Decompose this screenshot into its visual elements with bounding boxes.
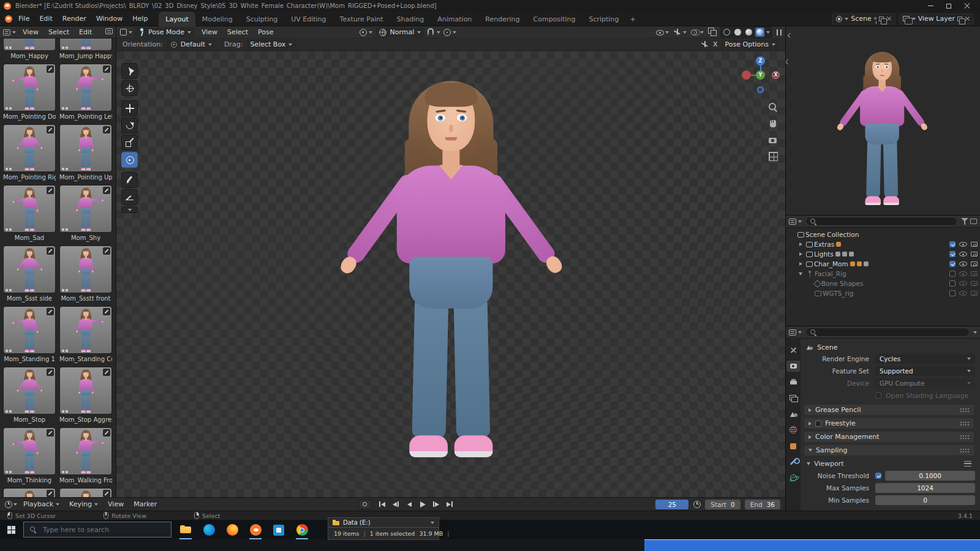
jump-to-start-button[interactable] [377, 500, 388, 509]
disable-render-toggle[interactable] [971, 242, 978, 247]
viewport-menu-view[interactable]: View [197, 27, 222, 38]
disclosure-right-icon[interactable] [797, 262, 804, 266]
timeline-menu-playback[interactable]: Playback [18, 499, 64, 510]
menu-render[interactable]: Render [58, 13, 91, 24]
character-figure[interactable] [16, 248, 43, 292]
tab-modeling[interactable]: Modeling [195, 12, 239, 26]
exclude-checkbox[interactable] [949, 261, 956, 267]
menu-edit[interactable]: Edit [34, 13, 57, 24]
drag-grip-icon[interactable] [960, 435, 970, 440]
asset-browser-editor-icon[interactable] [3, 29, 10, 36]
tab-layout[interactable]: Layout [159, 12, 195, 26]
character-figure[interactable] [16, 309, 43, 353]
feature-set-dropdown[interactable]: Supported [875, 366, 975, 376]
filter-icon[interactable] [961, 218, 968, 225]
timeline-menu-keying[interactable]: Keying [64, 499, 103, 510]
timeline-menu-marker[interactable]: Marker [129, 499, 162, 510]
view-layer-selector[interactable]: View Layer [899, 13, 974, 24]
taskbar-app-photos[interactable] [267, 520, 290, 539]
pin-icon[interactable] [874, 17, 876, 20]
min-samples-field[interactable]: 0 [875, 495, 975, 505]
taskbar-app-firefox[interactable] [221, 520, 244, 539]
frame-start-field[interactable]: Start 0 [705, 500, 740, 509]
outliner-row-bone-shapes[interactable]: Bone Shapes [786, 279, 980, 288]
blender-menu-icon[interactable] [5, 15, 12, 23]
pose-thumbnail[interactable] [3, 427, 56, 475]
pose-thumbnail[interactable] [3, 367, 56, 414]
pose-thumbnail[interactable] [3, 39, 56, 51]
pose-thumbnail[interactable] [59, 427, 112, 475]
section-freestyle[interactable]: Freestyle [804, 418, 974, 429]
gizmos-dropdown[interactable] [673, 28, 687, 36]
properties-tab-physics[interactable] [786, 472, 800, 483]
character-figure[interactable] [72, 309, 100, 353]
viewport-menu-select[interactable]: Select [222, 27, 253, 38]
disable-render-toggle[interactable] [971, 291, 978, 296]
properties-tab-modifiers[interactable] [786, 456, 800, 467]
new-view-layer-button[interactable] [957, 17, 962, 21]
outliner-row-facial-rig[interactable]: Facial_Rig [786, 269, 980, 279]
pose-asset-mom-pointing-up[interactable]: Mom_Pointing Up [59, 124, 112, 181]
taskbar-app-explorer[interactable] [174, 520, 197, 539]
pose-thumbnail[interactable] [3, 64, 56, 111]
collapse-region-icon[interactable] [788, 33, 793, 38]
start-button[interactable] [0, 520, 22, 539]
navigation-gizmo[interactable]: Z X Y [742, 56, 780, 94]
pose-asset-partial[interactable] [3, 488, 56, 497]
character-figure[interactable] [16, 127, 43, 171]
character-figure[interactable] [72, 187, 100, 231]
close-button[interactable] [958, 0, 976, 12]
exclude-checkbox[interactable] [949, 241, 956, 247]
character-figure[interactable] [16, 369, 43, 413]
hide-eye-toggle[interactable] [959, 291, 967, 296]
transform-orientation-dropdown[interactable]: Normal [375, 28, 424, 37]
render-engine-dropdown[interactable]: Cycles [875, 354, 975, 364]
proportional-edit-toggle[interactable] [443, 29, 456, 36]
asset-menu-select[interactable]: Select [43, 27, 74, 38]
asset-menu-edit[interactable]: Edit [74, 27, 97, 38]
properties-tab-view-layer[interactable] [786, 392, 800, 403]
disclosure-down-icon[interactable] [797, 272, 804, 276]
tool-annotate[interactable] [121, 172, 138, 188]
tool-scale[interactable] [121, 135, 138, 151]
play-reverse-button[interactable] [404, 500, 415, 509]
tab-texture-paint[interactable]: Texture Paint [333, 12, 390, 26]
hide-eye-toggle[interactable] [959, 252, 967, 257]
tab-scripting[interactable]: Scripting [582, 12, 625, 26]
gizmo-x-neg-axis[interactable] [742, 70, 751, 80]
pose-asset-mom-walking-front[interactable]: Mom_Walking Front [59, 427, 112, 484]
next-keyframe-button[interactable] [431, 500, 442, 509]
snap-toggle[interactable] [428, 28, 434, 37]
pose-asset-partial[interactable] [59, 488, 112, 497]
outliner-search-box[interactable] [805, 217, 957, 226]
outliner-row-scene-collection[interactable]: Scene Collection [786, 230, 980, 239]
exclude-checkbox[interactable] [949, 251, 956, 257]
snap-dropdown[interactable] [437, 31, 440, 34]
drag-grip-icon[interactable] [960, 448, 970, 453]
taskbar-app-blender[interactable] [244, 520, 267, 539]
collapse-region-icon-2[interactable] [785, 59, 790, 64]
max-samples-field[interactable]: 1024 [875, 483, 975, 493]
gizmo-y-axis[interactable]: Y [756, 70, 765, 80]
pose-thumbnail[interactable] [3, 185, 56, 233]
tab-rendering[interactable]: Rendering [478, 12, 526, 26]
character-figure[interactable] [72, 490, 100, 497]
maximize-button[interactable] [940, 0, 958, 12]
viewport-menu-pose[interactable]: Pose [253, 27, 278, 38]
hide-eye-toggle[interactable] [959, 242, 967, 247]
drag-grip-icon[interactable] [960, 408, 970, 413]
properties-tab-world[interactable] [786, 424, 800, 435]
menu-help[interactable]: Help [127, 13, 153, 24]
shading-wireframe-button[interactable] [722, 28, 731, 37]
pose-thumbnail[interactable] [3, 124, 56, 172]
asset-display-settings-button[interactable] [105, 28, 113, 36]
properties-tab-scene[interactable] [786, 408, 800, 419]
disable-render-toggle[interactable] [971, 281, 978, 286]
character-figure[interactable] [16, 430, 43, 474]
shading-material-button[interactable] [744, 28, 753, 37]
tool-cursor[interactable] [121, 80, 138, 96]
tab-shading[interactable]: Shading [390, 12, 431, 26]
pose-asset-mom-pointing-down[interactable]: Mom_Pointing Down [3, 64, 56, 121]
tab-uv-editing[interactable]: UV Editing [284, 12, 333, 26]
tab-sculpting[interactable]: Sculpting [239, 12, 284, 26]
